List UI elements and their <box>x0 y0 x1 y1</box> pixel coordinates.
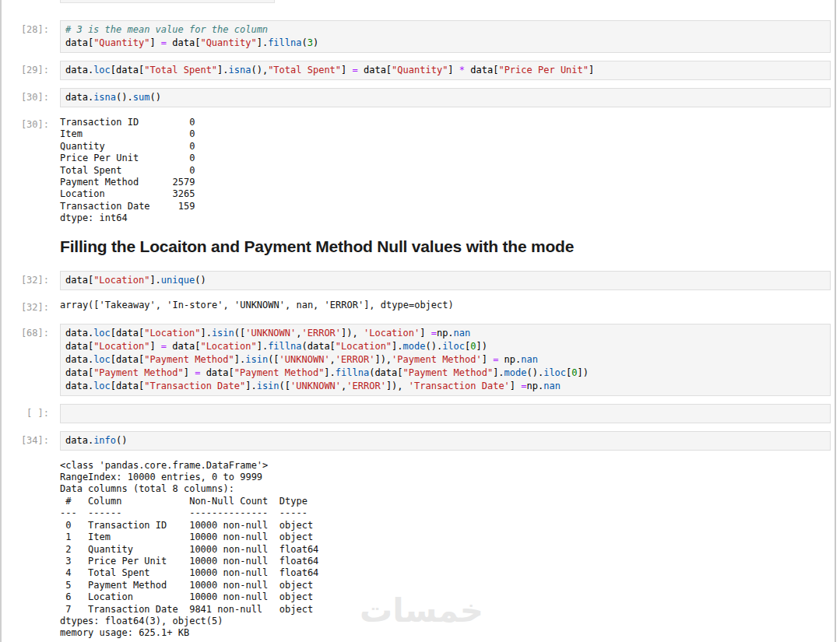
code-cell: [32]:data["Location"].unique() <box>0 271 829 290</box>
output-prompt <box>0 236 60 240</box>
output-prompt <box>0 458 60 462</box>
code-line: # 3 is the mean value for the column <box>65 23 825 37</box>
output-text: array(['Takeaway', 'In-store', 'UNKNOWN'… <box>60 298 454 311</box>
input-prompt: [30]: <box>0 88 60 103</box>
code-cell: [29]:data.loc[data["Total Spent"].isna()… <box>0 61 829 80</box>
code-cell: [28]:# 3 is the mean value for the colum… <box>0 20 829 53</box>
code-line: data.loc[data["Payment Method"].isin(['U… <box>65 353 825 367</box>
partial-cell-top[interactable] <box>60 0 275 3</box>
code-editor[interactable]: data.info() <box>60 431 831 451</box>
heading-cell: Filling the Locaiton and Payment Method … <box>0 236 829 257</box>
code-cell: [34]:data.info() <box>0 431 829 451</box>
code-line: data["Location"] = data["Location"].fill… <box>65 340 825 353</box>
scrollbar-track[interactable] <box>835 0 836 642</box>
code-line: data.info() <box>65 434 825 447</box>
code-cell: [30]:data.isna().sum() <box>0 88 829 107</box>
code-line: data["Quantity"] = data["Quantity"].fill… <box>65 37 825 50</box>
input-prompt: [34]: <box>0 431 60 446</box>
notebook: [28]:# 3 is the mean value for the colum… <box>0 0 829 642</box>
code-editor[interactable]: data.loc[data["Location"].isin(['UNKNOWN… <box>60 324 831 396</box>
output-cell: [30]:Transaction ID 0 Item 0 Quantity 0 … <box>0 115 829 225</box>
code-line: data.loc[data["Location"].isin(['UNKNOWN… <box>65 327 825 340</box>
output-prompt: [32]: <box>0 298 60 313</box>
code-editor[interactable]: # 3 is the mean value for the columndata… <box>60 20 831 53</box>
output-cell: <class 'pandas.core.frame.DataFrame'> Ra… <box>0 458 829 640</box>
code-line: data.loc[data["Total Spent"].isna(),"Tot… <box>65 64 825 77</box>
input-prompt: [29]: <box>0 61 60 75</box>
code-cell: [68]:data.loc[data["Location"].isin(['UN… <box>0 324 829 396</box>
code-editor[interactable]: data.loc[data["Total Spent"].isna(),"Tot… <box>60 61 831 80</box>
section-heading: Filling the Locaiton and Payment Method … <box>60 236 574 257</box>
output-cell: [32]:array(['Takeaway', 'In-store', 'UNK… <box>0 298 829 313</box>
code-line <box>65 407 825 420</box>
code-editor[interactable] <box>60 404 831 423</box>
code-cell: [ ]: <box>0 404 829 423</box>
output-text: Transaction ID 0 Item 0 Quantity 0 Price… <box>60 115 195 225</box>
code-editor[interactable]: data["Location"].unique() <box>60 271 831 290</box>
code-editor[interactable]: data.isna().sum() <box>60 88 831 107</box>
code-line: data.isna().sum() <box>65 91 825 104</box>
code-line: data.loc[data["Transaction Date"].isin([… <box>65 380 825 393</box>
input-prompt: [28]: <box>0 20 60 35</box>
input-prompt: [ ]: <box>0 404 60 419</box>
code-line: data["Location"].unique() <box>65 274 825 287</box>
output-prompt: [30]: <box>0 115 60 130</box>
input-prompt: [32]: <box>0 271 60 286</box>
input-prompt: [68]: <box>0 324 60 339</box>
output-text: <class 'pandas.core.frame.DataFrame'> Ra… <box>60 458 318 640</box>
code-line: data["Payment Method"] = data["Payment M… <box>65 367 825 380</box>
